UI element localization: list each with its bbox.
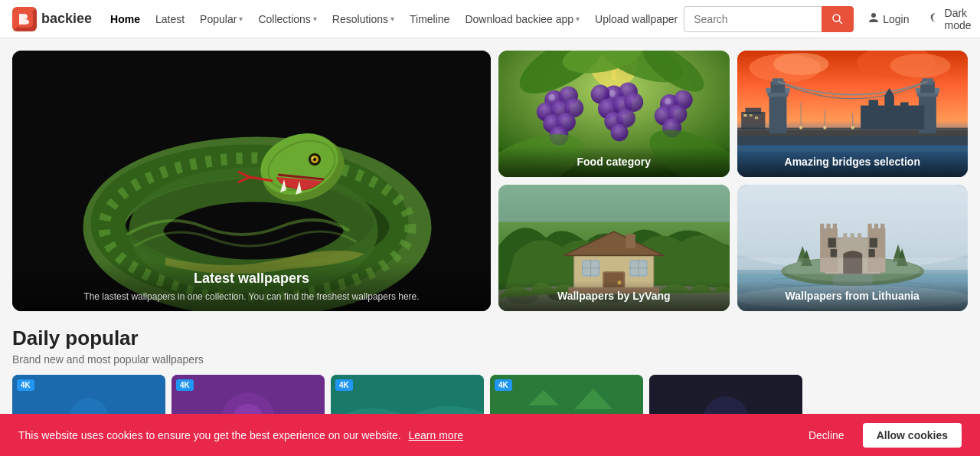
nav-popular[interactable]: Popular ▾ (194, 8, 249, 30)
svg-rect-86 (749, 114, 752, 116)
bridge-background: Amazing bridges selection (737, 51, 969, 177)
svg-point-1 (833, 15, 840, 21)
svg-rect-122 (832, 224, 836, 230)
svg-point-74 (799, 126, 802, 130)
svg-rect-81 (884, 96, 893, 107)
svg-rect-120 (820, 224, 824, 230)
svg-rect-80 (868, 100, 877, 107)
badge-4k-2: 4K (176, 379, 194, 391)
download-caret: ▾ (576, 15, 580, 23)
svg-rect-127 (850, 233, 854, 239)
svg-rect-130 (869, 238, 877, 248)
svg-point-38 (611, 123, 629, 141)
grapes-background: Food category (498, 51, 730, 177)
svg-rect-89 (498, 185, 730, 222)
popular-caret: ▾ (239, 15, 243, 23)
svg-rect-106 (631, 261, 647, 276)
learn-more-link[interactable]: Learn more (409, 429, 464, 441)
house-background: Wallpapers by LyVang (498, 185, 730, 311)
logo-link[interactable]: backiee (12, 7, 92, 31)
svg-point-75 (823, 126, 826, 130)
svg-rect-124 (874, 224, 877, 230)
dark-mode-button[interactable]: Dark mode (923, 2, 978, 36)
svg-rect-59 (769, 92, 786, 133)
resolutions-caret: ▾ (390, 15, 394, 23)
svg-rect-129 (828, 238, 835, 248)
nav-links: Home Latest Popular ▾ Collections ▾ Reso… (104, 8, 684, 30)
svg-point-53 (890, 54, 950, 77)
nav-latest[interactable]: Latest (149, 8, 191, 30)
daily-popular-subtitle: Brand new and most popular wallpapers (12, 353, 968, 366)
snake-background: Latest wallpapers The lastest wallpapers… (12, 51, 491, 311)
user-icon (867, 11, 880, 26)
svg-point-51 (773, 53, 828, 75)
search-container (684, 6, 854, 32)
lithuania-label: Wallpapers from Lithuania (737, 280, 969, 311)
nav-timeline[interactable]: Timeline (403, 8, 456, 30)
svg-rect-121 (826, 224, 830, 230)
svg-point-44 (548, 94, 554, 100)
main-content: Latest wallpapers The lastest wallpapers… (0, 38, 980, 456)
svg-rect-85 (743, 114, 746, 116)
badge-4k-4: 4K (495, 379, 512, 391)
bridges-label: Amazing bridges selection (737, 146, 969, 177)
svg-rect-125 (880, 224, 884, 230)
collections-caret: ▾ (313, 15, 317, 23)
nav-upload[interactable]: Upload wallpaper (589, 8, 684, 30)
svg-rect-84 (745, 108, 761, 114)
svg-rect-105 (583, 261, 599, 276)
lithuania-background: Wallpapers from Lithuania (737, 185, 969, 311)
svg-point-3 (871, 13, 876, 18)
nav-resolutions[interactable]: Resolutions ▾ (326, 8, 400, 30)
svg-line-2 (839, 21, 842, 24)
allow-cookies-button[interactable]: Allow cookies (863, 423, 962, 448)
decline-button[interactable]: Decline (799, 425, 854, 446)
lithuania-card[interactable]: Wallpapers from Lithuania (737, 185, 969, 311)
svg-rect-95 (626, 234, 635, 248)
cookie-actions: Decline Allow cookies (799, 423, 962, 448)
svg-rect-123 (867, 224, 871, 230)
brand-name: backiee (41, 11, 92, 27)
svg-point-76 (851, 126, 854, 130)
badge-4k-3: 4K (335, 379, 353, 391)
svg-point-15 (312, 157, 314, 159)
search-button[interactable] (822, 6, 854, 32)
moon-icon (929, 11, 942, 26)
cookie-text: This website uses cookies to ensure you … (18, 429, 463, 441)
svg-rect-128 (857, 233, 861, 239)
hero-main-card[interactable]: Latest wallpapers The lastest wallpapers… (12, 51, 491, 311)
bridges-card[interactable]: Amazing bridges selection (737, 51, 969, 177)
search-input[interactable] (684, 6, 822, 32)
svg-rect-79 (861, 106, 924, 130)
hero-main-label: Latest wallpapers The lastest wallpapers… (12, 261, 491, 311)
badge-4k-1: 4K (17, 379, 34, 391)
search-icon (831, 13, 844, 25)
lyvang-label: Wallpapers by LyVang (498, 280, 730, 311)
daily-popular-title: Daily popular (12, 326, 968, 350)
svg-rect-131 (830, 249, 836, 257)
hero-grid: Latest wallpapers The lastest wallpapers… (12, 51, 968, 311)
lyvang-card[interactable]: Wallpapers by LyVang (498, 185, 730, 311)
nav-download[interactable]: Download backiee app ▾ (459, 8, 586, 30)
cookie-banner: This website uses cookies to ensure you … (0, 414, 980, 456)
svg-rect-126 (843, 233, 847, 239)
svg-point-46 (665, 98, 671, 104)
navbar: backiee Home Latest Popular ▾ Collection… (0, 0, 980, 38)
svg-rect-132 (868, 249, 874, 257)
svg-point-14 (313, 158, 316, 161)
food-category-label: Food category (498, 146, 730, 177)
food-category-card[interactable]: Food category (498, 51, 730, 177)
nav-home[interactable]: Home (104, 8, 146, 30)
nav-right: Login Dark mode (684, 2, 977, 36)
svg-rect-133 (737, 258, 969, 274)
nav-collections[interactable]: Collections ▾ (252, 8, 322, 30)
svg-rect-82 (900, 102, 908, 108)
svg-point-45 (609, 90, 616, 97)
svg-rect-56 (737, 134, 969, 146)
login-button[interactable]: Login (861, 7, 915, 31)
logo-icon (12, 7, 37, 31)
svg-rect-87 (754, 116, 757, 119)
